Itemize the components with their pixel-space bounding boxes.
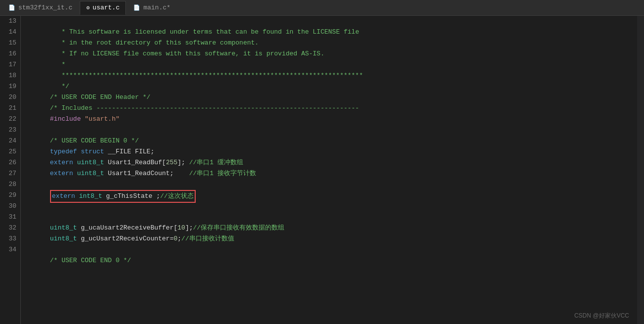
line-number: 19	[2, 81, 16, 92]
line-number: 16	[2, 48, 16, 59]
gear-icon: ⚙	[86, 4, 90, 11]
line-number: 26	[2, 157, 16, 168]
tab-main[interactable]: 📄 main.c*	[127, 1, 177, 15]
line-number: 25	[2, 146, 16, 157]
line-number: 31	[2, 212, 16, 223]
line-number: 32	[2, 223, 16, 233]
file-icon-stm32: 📄	[8, 4, 15, 11]
line-numbers: 13 14 15 16 17 18 19 20 21 22 23 24 25 2…	[0, 16, 21, 324]
line-number: 21	[2, 103, 16, 114]
line-number: 23	[2, 125, 16, 136]
line-number: 15	[2, 38, 16, 48]
line-number: 24	[2, 136, 16, 146]
code-line-17: ****************************************…	[27, 59, 637, 70]
line-number: 34	[2, 244, 16, 255]
code-line-19: /* USER CODE END Header */	[27, 81, 637, 92]
tab-stm32f1xx-it[interactable]: 📄 stm32f1xx_it.c	[2, 1, 79, 15]
line-number: 33	[2, 233, 16, 244]
tab-usart[interactable]: ⚙ usart.c	[80, 1, 126, 15]
scrollbar[interactable]	[637, 16, 644, 324]
line-number: 28	[2, 179, 16, 190]
code-line-13: * This software is licensed under terms …	[27, 16, 637, 27]
code-line-31: uint8_t g_ucaUsart2ReceiveBuffer[10];//保…	[27, 212, 637, 223]
line-number: 30	[2, 201, 16, 212]
line-number: 14	[2, 27, 16, 38]
line-number: 18	[2, 70, 16, 81]
watermark: CSDN @好家伙VCC	[574, 312, 629, 320]
code-line-28: extern int8_t g_cThisState ;//这次状态	[27, 179, 637, 190]
line-number: 29	[2, 190, 16, 201]
line-number: 22	[2, 114, 16, 125]
code-line-23: /* USER CODE BEGIN 0 */	[27, 125, 637, 136]
line-number: 13	[2, 16, 16, 27]
file-icon-main: 📄	[133, 4, 140, 11]
line-number: 20	[2, 92, 16, 103]
tab-label-usart: usart.c	[93, 4, 120, 11]
code-line-34: /* USER CODE END 0 */	[27, 244, 637, 255]
tab-label-main: main.c*	[143, 4, 170, 11]
line-number: 17	[2, 59, 16, 70]
tab-label-stm32: stm32f1xx_it.c	[18, 4, 72, 11]
editor: 13 14 15 16 17 18 19 20 21 22 23 24 25 2…	[0, 16, 644, 324]
line-number: 27	[2, 168, 16, 179]
tab-bar: 📄 stm32f1xx_it.c ⚙ usart.c 📄 main.c*	[0, 0, 644, 16]
code-content[interactable]: * This software is licensed under terms …	[21, 16, 637, 324]
